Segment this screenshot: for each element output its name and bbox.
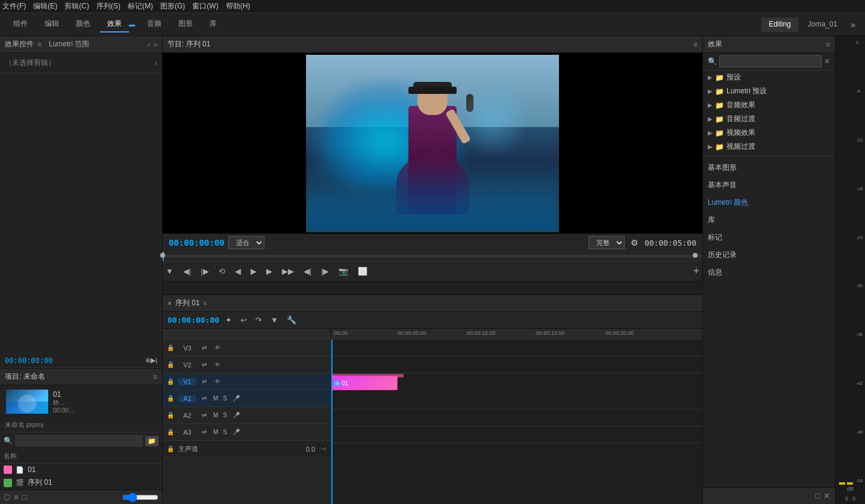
track-master-end[interactable]: ⊣ [317,444,328,455]
a3-track-area[interactable] [331,426,702,443]
menu-window[interactable]: 窗口(W) [192,1,218,11]
trim-back-btn[interactable]: ◀| [301,265,314,278]
tab-color[interactable]: 颜色 [69,16,98,33]
monitor-menu-icon[interactable]: ≡ [693,40,698,49]
track-a2-m[interactable]: M [212,412,219,418]
panel-expand-icon[interactable]: › [148,40,150,49]
track-a1-m[interactable]: M [212,395,219,402]
track-a2-s[interactable]: S [222,412,228,418]
tab-library[interactable]: 库 [202,16,224,33]
a2-track-area[interactable] [331,409,702,426]
timeline-close-btn[interactable]: × [167,299,172,308]
track-a3-s[interactable]: S [222,429,228,435]
project-search-btn[interactable]: 📁 [145,436,158,446]
track-master-lock[interactable]: 🔒 [165,444,176,455]
monitor-fit-dropdown[interactable]: 适合 [228,236,264,249]
effect-group-video-effects[interactable]: ▶ 📁 视频效果 [703,126,835,140]
track-a3-link[interactable]: ⇄ [199,427,210,438]
effects-section-history[interactable]: 历史记录 [703,246,835,264]
track-a2-mic[interactable]: 🎤 [231,410,242,421]
project-list-item-01[interactable]: 📄 01 [0,464,162,476]
scrub-end-thumb[interactable] [693,253,698,258]
effect-prev-btn[interactable]: ⊕ [145,356,151,364]
effects-section-library[interactable]: 库 [703,211,835,229]
project-zoom-slider[interactable] [122,493,158,502]
workspace-more-btn[interactable]: » [847,20,859,30]
v3-track-area[interactable] [331,340,702,356]
snapshot-btn[interactable]: 📷 [336,265,351,278]
effect-send-btn[interactable]: ▶| [151,356,157,364]
monitor-scrub-bar[interactable] [163,252,702,261]
v2-track-area[interactable] [331,356,702,373]
step-back-btn[interactable]: ◀ [232,265,244,278]
effects-section-lumetri-color[interactable]: Lumetri 颜色 [703,194,835,211]
tab-assembly[interactable]: 组件 [6,16,35,33]
effects-section-basic-audio[interactable]: 基本声音 [703,176,835,194]
track-a1-mic[interactable]: 🎤 [231,393,242,404]
menu-file[interactable]: 文件(F) [2,1,26,11]
tl-tool-snap[interactable]: ✦ [223,314,234,326]
step-fwd-btn[interactable]: ▶ [263,265,275,278]
a1-track-area[interactable] [331,393,702,409]
add-media-btn[interactable]: + [690,263,702,279]
effect-group-audio-effects[interactable]: ▶ 📁 音频效果 [703,98,835,112]
project-new-bin-btn[interactable]: ⬡ [4,493,10,502]
effects-new-bin-btn[interactable]: □ [815,491,820,500]
effects-section-basic-graphics[interactable]: 基本图形 [703,159,835,176]
go-to-in-btn[interactable]: ◀| [180,265,194,278]
safe-margins-btn[interactable]: ⬜ [355,265,370,278]
track-a3-mic[interactable]: 🎤 [231,427,242,438]
monitor-quality-dropdown[interactable]: 完整 [589,236,625,249]
menu-clip[interactable]: 剪辑(C) [64,1,89,11]
effects-section-markers[interactable]: 标记 [703,229,835,246]
project-list-view-btn[interactable]: ≡ [14,493,19,502]
track-v2-lock[interactable]: 🔒 [165,359,176,370]
effects-search-input[interactable] [719,55,822,67]
tab-project[interactable]: Joma_01 [801,17,845,32]
menu-help[interactable]: 帮助(H) [226,1,251,11]
go-to-out-btn[interactable]: |▶ [198,265,211,278]
tab-editing-workspace[interactable]: Editing [761,17,798,32]
tl-tool-add[interactable]: ↷ [253,314,264,326]
track-a1-link[interactable]: ⇄ [199,393,210,404]
track-v3-lock[interactable]: 🔒 [165,343,176,353]
timeline-menu-icon[interactable]: ≡ [204,300,207,306]
shuttle-fwd-btn[interactable]: ▶▶ [279,265,297,278]
tl-tool-linked[interactable]: ↩ [238,314,249,326]
tl-tool-settings[interactable]: 🔧 [284,314,299,326]
video-clip-01[interactable]: fx 01 [331,376,398,390]
play-btn[interactable]: ▶ [248,265,260,278]
project-thumbnail-item[interactable]: 01 静... 00:00:... [2,388,160,415]
track-a2-lock[interactable]: 🔒 [165,410,176,421]
project-list-item-sequence[interactable]: 🎬 序列 01 [0,476,162,490]
effects-delete-btn[interactable]: ✕ [823,491,830,500]
effects-search-clear[interactable]: ✕ [824,57,830,66]
tab-graphics[interactable]: 图形 [171,16,200,33]
track-v3-eye[interactable]: 👁 [212,343,223,353]
effect-group-presets[interactable]: ▶ 📁 预设 [703,70,835,84]
track-v1-link[interactable]: ⇄ [199,376,210,387]
monitor-timecode-left[interactable]: 00:00:00:00 [169,238,225,247]
track-a3-lock[interactable]: 🔒 [165,427,176,438]
track-v3-link[interactable]: ⇄ [199,343,210,353]
track-v1-eye[interactable]: 👁 [212,376,223,387]
trim-fwd-btn[interactable]: |▶ [318,265,332,278]
project-menu-icon[interactable]: ≡ [153,373,157,381]
time-ruler[interactable]: :00:00 00:00:05:00 00:00:10:00 00:00:15:… [331,329,702,340]
mark-in-btn[interactable]: ▼ [163,265,176,278]
monitor-settings-btn[interactable]: ⚙ [628,237,641,249]
track-v2-link[interactable]: ⇄ [199,359,210,370]
tab-effects[interactable]: 效果 [100,16,129,33]
effect-group-video-transitions[interactable]: ▶ 📁 视频过渡 [703,140,835,154]
track-v1-lock[interactable]: 🔒 [165,376,176,387]
effects-section-info[interactable]: 信息 [703,264,835,281]
effect-group-lumetri[interactable]: ▶ 📁 Lumetri 预设 [703,84,835,98]
track-a2-link[interactable]: ⇄ [199,410,210,421]
loop-btn[interactable]: ⟲ [216,265,228,278]
effect-group-audio-transitions[interactable]: ▶ 📁 音频过渡 [703,112,835,126]
menu-sequence[interactable]: 序列(S) [96,1,120,11]
track-a3-m[interactable]: M [212,429,219,435]
track-a1-lock[interactable]: 🔒 [165,393,176,404]
track-a1-s[interactable]: S [222,395,228,402]
scrub-thumb[interactable] [160,253,165,258]
